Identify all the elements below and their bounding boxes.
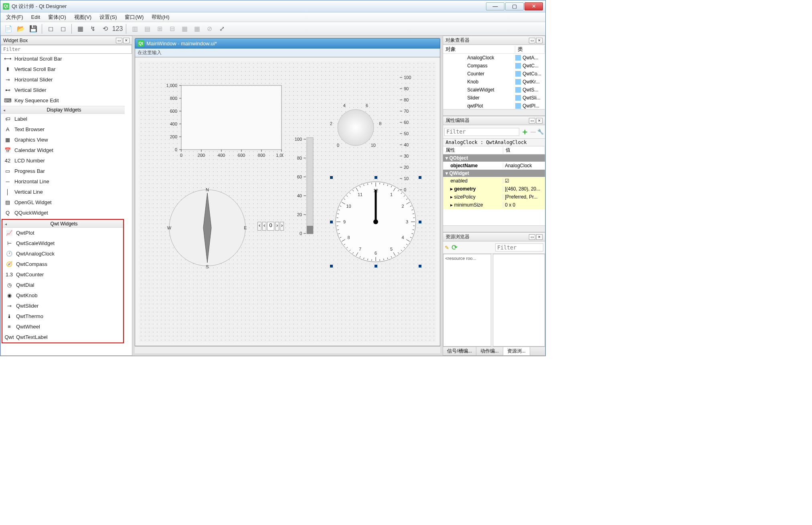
property-row[interactable]: ▸ sizePolicy[Preferred, Pr...: [443, 193, 545, 201]
widget-item[interactable]: AText Browser: [1, 124, 125, 135]
resource-tree[interactable]: <resource roo...: [443, 254, 491, 347]
qwt-knob-widget[interactable]: 0246810: [324, 93, 388, 158]
object-row[interactable]: CompassQwtC...: [443, 62, 545, 70]
widget-item[interactable]: ◷QwtDial: [2, 280, 123, 290]
send-back-button[interactable]: ◻: [45, 23, 56, 34]
edit-signals-button[interactable]: ↯: [87, 23, 98, 34]
tab-resource-browser[interactable]: 资源浏...: [503, 347, 530, 355]
property-filter-input[interactable]: [444, 128, 519, 136]
widget-item[interactable]: ⊢QwtScaleWidget: [2, 238, 123, 249]
object-inspector-h-scrollbar[interactable]: [443, 109, 545, 116]
qwt-slider-scale-widget[interactable]: 1009080706050403020100: [400, 73, 416, 194]
qwt-thermo-widget[interactable]: 100806040200: [292, 134, 316, 238]
widget-item[interactable]: QQQuickWidget: [1, 208, 125, 218]
widget-item[interactable]: ▨OpenGL Widget: [1, 197, 125, 208]
category-qwt-widgets[interactable]: Qwt Widgets: [2, 220, 123, 228]
widget-item[interactable]: │Vertical Line: [1, 187, 125, 197]
remove-property-button[interactable]: —: [531, 129, 536, 135]
reload-resources-icon[interactable]: ⟳: [452, 243, 458, 252]
widget-item[interactable]: 1.3QwtCounter: [2, 270, 123, 280]
widget-item[interactable]: ─Horizontal Line: [1, 176, 125, 187]
maximize-button[interactable]: ▢: [505, 2, 524, 10]
resource-filter-input[interactable]: [495, 243, 543, 251]
widget-list[interactable]: ⟷Horizontal Scroll Bar⬍Vertical Scroll B…: [1, 54, 132, 355]
close-panel-icon[interactable]: ✕: [536, 234, 543, 240]
configure-button[interactable]: 🔧: [537, 129, 544, 135]
widget-item[interactable]: 📈QwtPlot: [2, 228, 123, 238]
object-tree[interactable]: AnalogClockQwtA...CompassQwtC...CounterQ…: [443, 54, 545, 109]
minimize-button[interactable]: —: [486, 2, 504, 10]
widget-item[interactable]: 🕐QwtAnalogClock: [2, 249, 123, 259]
menu-file[interactable]: 文件(F): [2, 14, 27, 21]
object-row[interactable]: AnalogClockQwtA...: [443, 54, 545, 62]
widget-item[interactable]: ▦Graphics View: [1, 135, 125, 145]
layout-v-button[interactable]: ▤: [142, 23, 153, 34]
property-group[interactable]: ▾ QObject: [443, 154, 545, 162]
category-display-widgets[interactable]: Display Widgets: [1, 106, 125, 114]
widget-item[interactable]: ◉QwtKnob: [2, 290, 123, 301]
object-row[interactable]: qwtPlotQwtPl...: [443, 102, 545, 109]
undock-icon[interactable]: ▭: [529, 38, 535, 43]
qwt-plot-widget[interactable]: 1,000800600400200002004006008001,000: [159, 81, 283, 166]
widget-item[interactable]: ⌨Key Sequence Edit: [1, 95, 125, 106]
edit-widgets-button[interactable]: ▦: [75, 23, 86, 34]
open-button[interactable]: 📂: [15, 23, 26, 34]
adjust-size-button[interactable]: ⤢: [216, 23, 227, 34]
object-row[interactable]: KnobQwtKr...: [443, 78, 545, 86]
menu-form[interactable]: 窗体(O): [44, 14, 70, 21]
widget-filter-input[interactable]: [1, 45, 132, 54]
widget-item[interactable]: QwtQwtTextLabel: [2, 332, 123, 343]
edit-resources-icon[interactable]: ✎: [445, 245, 449, 251]
property-editor-h-scrollbar[interactable]: [443, 225, 545, 232]
property-row[interactable]: ▸ minimumSize0 x 0: [443, 201, 545, 209]
save-button[interactable]: 💾: [28, 23, 39, 34]
bring-front-button[interactable]: ◻: [57, 23, 69, 34]
widget-item[interactable]: 42LCD Number: [1, 156, 125, 166]
widget-item[interactable]: 🌡QwtThermo: [2, 311, 123, 322]
widget-item[interactable]: ⟷Horizontal Scroll Bar: [1, 54, 125, 64]
property-row[interactable]: enabled☑: [443, 177, 545, 185]
widget-item[interactable]: ⊷Vertical Slider: [1, 85, 125, 95]
close-panel-icon[interactable]: ✕: [536, 38, 543, 43]
property-table[interactable]: ▾ QObjectobjectNameAnalogClock▾ QWidgete…: [443, 154, 545, 225]
widget-item[interactable]: 🧭QwtCompass: [2, 259, 123, 270]
property-group[interactable]: ▾ QWidget: [443, 170, 545, 177]
widget-item[interactable]: 📅Calendar Widget: [1, 145, 125, 156]
property-row[interactable]: ▸ geometry[(460, 280), 20...: [443, 185, 545, 193]
widget-item[interactable]: ≡QwtWheel: [2, 322, 123, 332]
menu-window[interactable]: 窗口(W): [121, 14, 148, 21]
new-form-button[interactable]: 📄: [3, 23, 14, 34]
object-row[interactable]: SliderQwtSli...: [443, 94, 545, 102]
object-col-header[interactable]: 对象: [443, 46, 515, 53]
widget-item[interactable]: ⊸QwtSlider: [2, 301, 123, 311]
class-col-header[interactable]: 类: [515, 46, 545, 53]
close-button[interactable]: ✕: [524, 2, 543, 10]
menu-help[interactable]: 帮助(H): [148, 14, 173, 21]
break-layout-button[interactable]: ⊘: [204, 23, 215, 34]
widget-item[interactable]: ⬍Vertical Scroll Bar: [1, 64, 125, 75]
undock-icon[interactable]: ▭: [116, 38, 122, 43]
layout-vsplit-button[interactable]: ⊟: [166, 23, 178, 34]
value-col-header[interactable]: 值: [503, 147, 545, 154]
canvas-h-scrollbar[interactable]: [135, 346, 440, 353]
undock-icon[interactable]: ▭: [529, 234, 535, 240]
tab-signal-slot[interactable]: 信号/槽编...: [443, 347, 476, 355]
edit-tab-order-button[interactable]: 123: [112, 23, 123, 34]
qwt-compass-widget[interactable]: N E S W: [165, 186, 249, 270]
qwt-analog-clock-widget[interactable]: 121234567891011: [332, 178, 420, 266]
undock-icon[interactable]: ▭: [529, 118, 535, 124]
form-menubar-hint[interactable]: 在这里输入: [135, 49, 440, 57]
widget-item[interactable]: ⊸Horizontal Slider: [1, 75, 125, 85]
qwt-counter-widget[interactable]: ‹ ‹ 0 › ›: [257, 222, 286, 231]
layout-hsplit-button[interactable]: ⊞: [154, 23, 165, 34]
layout-h-button[interactable]: ▥: [129, 23, 140, 34]
layout-form-button[interactable]: ▦: [191, 23, 202, 34]
close-panel-icon[interactable]: ✕: [123, 38, 130, 43]
property-col-header[interactable]: 属性: [443, 147, 503, 154]
widget-item[interactable]: 🏷Label: [1, 114, 125, 124]
widget-item[interactable]: ▭Progress Bar: [1, 166, 125, 176]
object-row[interactable]: ScaleWidgetQwtS...: [443, 86, 545, 94]
layout-grid-button[interactable]: ▦: [179, 23, 190, 34]
close-panel-icon[interactable]: ✕: [536, 118, 543, 124]
add-dynamic-property-button[interactable]: ＋: [521, 126, 529, 137]
